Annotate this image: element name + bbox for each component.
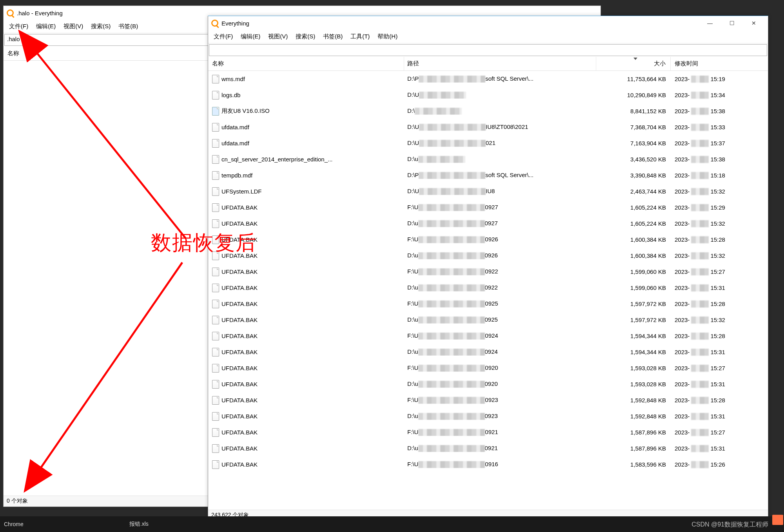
- file-icon: [212, 300, 219, 308]
- table-row[interactable]: UFDATA.BAKD:\u09201,593,028 KB2023- 15:3…: [208, 376, 768, 392]
- table-row[interactable]: UFDATA.BAKF:\U09261,600,384 KB2023- 15:2…: [208, 232, 768, 248]
- annotation-label: 数据恢复后: [151, 229, 257, 257]
- table-row[interactable]: UFDATA.BAKF:\U09231,592,848 KB2023- 15:2…: [208, 392, 768, 408]
- menu-bookmark[interactable]: 书签(B): [118, 23, 138, 30]
- menu-edit[interactable]: 编辑(E): [241, 33, 260, 40]
- file-name: 用友U8 V16.0.ISO: [221, 107, 270, 115]
- menu-view[interactable]: 视图(V): [268, 33, 288, 40]
- table-row[interactable]: tempdb.mdfD:\Psoft SQL Server\...3,390,8…: [208, 167, 768, 183]
- file-icon: [212, 412, 219, 421]
- table-row[interactable]: UFDATA.BAKD:\u09251,597,972 KB2023- 15:3…: [208, 312, 768, 328]
- table-row[interactable]: ufdata.mdfD:\U0217,163,904 KB2023- 15:37: [208, 135, 768, 151]
- taskbar-chrome[interactable]: Chrome: [4, 521, 24, 527]
- sort-desc-icon: [633, 58, 637, 60]
- table-row[interactable]: cn_sql_server_2014_enterprise_edition_..…: [208, 151, 768, 167]
- file-path: D:\u0927: [404, 220, 596, 227]
- file-date: 2023- 15:32: [671, 252, 768, 259]
- file-size: 1,597,972 KB: [596, 317, 671, 323]
- file-path: D:\Psoft SQL Server\...: [404, 172, 596, 179]
- file-icon: [212, 219, 219, 228]
- table-row[interactable]: UFDATA.BAKD:\u09231,592,848 KB2023- 15:3…: [208, 408, 768, 424]
- header-date[interactable]: 修改时间: [671, 57, 768, 71]
- menu-file[interactable]: 文件(F): [9, 23, 28, 30]
- file-size: 8,841,152 KB: [596, 108, 671, 114]
- file-size: 1,594,344 KB: [596, 333, 671, 339]
- header-path[interactable]: 路径: [404, 57, 596, 71]
- header-size[interactable]: 大小: [596, 57, 671, 71]
- file-name: UFDATA.BAK: [221, 333, 258, 339]
- table-row[interactable]: logs.dbD:\U10,290,849 KB2023- 15:34: [208, 87, 768, 103]
- titlebar[interactable]: Everything: [208, 16, 768, 30]
- file-path: D:\UIU8: [404, 188, 596, 195]
- file-date: 2023- 15:33: [671, 124, 768, 131]
- table-row[interactable]: UFSystem.LDFD:\UIU82,463,744 KB2023- 15:…: [208, 183, 768, 199]
- watermark: CSDN @91数据恢复工程师: [691, 521, 768, 529]
- file-icon: [212, 91, 219, 100]
- table-row[interactable]: UFDATA.BAKF:\U09221,599,060 KB2023- 15:2…: [208, 264, 768, 280]
- file-icon: [212, 444, 219, 453]
- menu-view[interactable]: 视图(V): [64, 23, 83, 30]
- file-icon: [212, 123, 219, 132]
- file-date: 2023- 15:18: [671, 172, 768, 179]
- file-path: F:\U0922: [404, 268, 596, 275]
- file-size: 1,587,896 KB: [596, 445, 671, 452]
- file-name: UFDATA.BAK: [221, 429, 258, 436]
- file-name: UFDATA.BAK: [221, 300, 258, 307]
- table-row[interactable]: UFDATA.BAKD:\u09271,605,224 KB2023- 15:3…: [208, 215, 768, 232]
- file-path: F:\U0926: [404, 236, 596, 243]
- table-row[interactable]: UFDATA.BAKF:\U09201,593,028 KB2023- 15:2…: [208, 360, 768, 376]
- file-name: UFDATA.BAK: [221, 461, 258, 468]
- table-row[interactable]: UFDATA.BAKD:\u09211,587,896 KB2023- 15:3…: [208, 440, 768, 456]
- table-row[interactable]: UFDATA.BAKF:\U09211,587,896 KB2023- 15:2…: [208, 424, 768, 440]
- taskbar-file[interactable]: 报错.xls: [129, 521, 149, 528]
- file-size: 2,463,744 KB: [596, 188, 671, 195]
- file-name: UFDATA.BAK: [221, 349, 258, 355]
- menu-tools[interactable]: 工具(T): [350, 33, 370, 40]
- file-date: 2023- 15:27: [671, 429, 768, 436]
- table-row[interactable]: UFDATA.BAKF:\U09251,597,972 KB2023- 15:2…: [208, 296, 768, 312]
- file-size: 1,600,384 KB: [596, 236, 671, 243]
- table-row[interactable]: UFDATA.BAKD:\u09261,600,384 KB2023- 15:3…: [208, 248, 768, 264]
- table-row[interactable]: UFDATA.BAKF:\U09241,594,344 KB2023- 15:2…: [208, 328, 768, 344]
- file-path: F:\U0916: [404, 461, 596, 468]
- file-date: 2023- 15:38: [671, 156, 768, 163]
- menu-edit[interactable]: 编辑(E): [36, 23, 56, 30]
- minimize-button[interactable]: [699, 16, 721, 30]
- file-date: 2023- 15:19: [671, 76, 768, 83]
- file-name: UFDATA.BAK: [221, 268, 258, 275]
- header-name[interactable]: 名称: [208, 57, 404, 71]
- menu-help[interactable]: 帮助(H): [377, 33, 397, 40]
- file-name: UFDATA.BAK: [221, 220, 258, 227]
- file-date: 2023- 15:29: [671, 204, 768, 211]
- table-row[interactable]: wms.mdfD:\Psoft SQL Server\...11,753,664…: [208, 71, 768, 87]
- file-name: UFDATA.BAK: [221, 204, 258, 211]
- file-date: 2023- 15:32: [671, 188, 768, 195]
- table-row[interactable]: 用友U8 V16.0.ISOD:\8,841,152 KB2023- 15:38: [208, 103, 768, 119]
- file-icon: [212, 332, 219, 340]
- table-row[interactable]: UFDATA.BAKF:\U09271,605,224 KB2023- 15:2…: [208, 199, 768, 215]
- menu-search[interactable]: 搜索(S): [91, 23, 111, 30]
- file-path: F:\U0927: [404, 204, 596, 211]
- menu-search[interactable]: 搜索(S): [296, 33, 315, 40]
- table-row[interactable]: UFDATA.BAKD:\u09221,599,060 KB2023- 15:3…: [208, 280, 768, 296]
- file-path: D:\U021: [404, 139, 596, 147]
- file-icon: [212, 203, 219, 212]
- maximize-button[interactable]: [721, 16, 743, 30]
- file-icon: [212, 396, 219, 405]
- file-list[interactable]: wms.mdfD:\Psoft SQL Server\...11,753,664…: [208, 71, 768, 510]
- file-date: 2023- 15:28: [671, 397, 768, 404]
- file-icon: [212, 107, 219, 116]
- close-button[interactable]: [743, 16, 765, 30]
- file-size: 1,583,596 KB: [596, 461, 671, 468]
- menu-file[interactable]: 文件(F): [214, 33, 233, 40]
- search-input[interactable]: [209, 44, 767, 56]
- file-path: F:\U0921: [404, 429, 596, 436]
- table-row[interactable]: ufdata.mdfD:\UIU8\ZT008\20217,368,704 KB…: [208, 119, 768, 135]
- table-row[interactable]: UFDATA.BAKF:\U09161,583,596 KB2023- 15:2…: [208, 456, 768, 472]
- file-name: ufdata.mdf: [221, 124, 249, 130]
- file-name: UFDATA.BAK: [221, 284, 258, 291]
- file-size: 10,290,849 KB: [596, 92, 671, 98]
- menu-bookmark[interactable]: 书签(B): [323, 33, 343, 40]
- table-row[interactable]: UFDATA.BAKD:\u09241,594,344 KB2023- 15:3…: [208, 344, 768, 360]
- file-name: tempdb.mdf: [221, 172, 252, 179]
